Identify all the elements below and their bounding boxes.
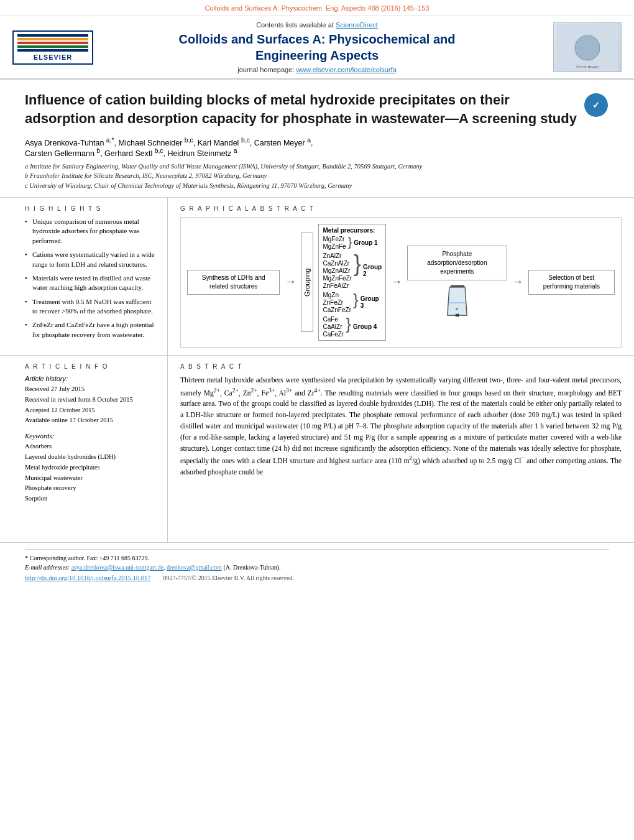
keyword-2: Layered double hydroxides (LDH) bbox=[25, 452, 158, 463]
highlights-label: H I G H L I G H T S bbox=[25, 205, 158, 212]
email-link-2[interactable]: drenkova@gmail.com bbox=[167, 564, 222, 571]
graphical-abstract-diagram: Synthesis of LDHs and related structures… bbox=[180, 217, 622, 348]
keyword-6: Sorption bbox=[25, 494, 158, 504]
highlight-item-4: Treatment with 0.5 M NaOH was sufficient… bbox=[25, 297, 158, 316]
phosphate-box: Phosphate adsorption/desorption experime… bbox=[407, 246, 507, 280]
group4-brace: } bbox=[346, 316, 351, 332]
journal-citation: Colloids and Surfaces A: Physicochem. En… bbox=[205, 4, 430, 12]
keyword-5: Phosphate recovery bbox=[25, 483, 158, 494]
email-link-1[interactable]: asya.drenkova@iswa.uni-stuttgart.de bbox=[71, 564, 163, 571]
group3-brace: } bbox=[353, 292, 359, 308]
group4-items: CaFe CaAlZr CaFeZr bbox=[323, 316, 344, 338]
svg-point-1 bbox=[575, 35, 600, 60]
crossmark[interactable]: ✓ bbox=[584, 93, 609, 118]
graphical-abstract-label: G R A P H I C A L A B S T R A C T bbox=[180, 205, 622, 212]
homepage-link[interactable]: www.elsevier.com/locate/colsurfa bbox=[296, 66, 396, 73]
info-abstract-section: A R T I C L E I N F O Article history: R… bbox=[0, 356, 634, 542]
article-title: Influence of cation building blocks of m… bbox=[25, 91, 609, 127]
elsevier-logo: ELSEVIER bbox=[12, 30, 93, 65]
corresponding-note: * Corresponding author. Fax: +49 711 685… bbox=[25, 555, 609, 561]
article-history: Article history: Received 27 July 2015 R… bbox=[25, 375, 158, 426]
received-date: Received 27 July 2015 bbox=[25, 384, 158, 395]
highlight-item-3: Materials were tested in distilled and w… bbox=[25, 274, 158, 293]
beaker-icon bbox=[443, 284, 471, 318]
footer-links: http://dx.doi.org/10.1016/j.colsurfa.201… bbox=[25, 575, 609, 581]
group2-label: Group 2 bbox=[363, 264, 382, 277]
group2-items: ZnAlZr CaZnAlZr MgZnAlZr MgZnFeZr ZnFeAl… bbox=[323, 252, 352, 289]
phosphate-section: Phosphate adsorption/desorption experime… bbox=[407, 246, 507, 318]
contents-line: Contents lists available at ScienceDirec… bbox=[93, 21, 541, 29]
journal-header: ELSEVIER Contents lists available at Sci… bbox=[0, 16, 634, 80]
group2-brace: } bbox=[354, 252, 361, 275]
group3-row: MgZn ZnFeZr CaZnFeZr } Group 3 bbox=[323, 292, 382, 313]
svg-text:✓: ✓ bbox=[592, 100, 600, 110]
group4-row: CaFe CaAlZr CaFeZr } Group 4 bbox=[323, 316, 382, 338]
top-citation-bar: Colloids and Surfaces A: Physicochem. En… bbox=[0, 0, 634, 16]
selection-box: Selection of best performing materials bbox=[528, 270, 615, 295]
affiliation-c: c University of Würzburg, Chair of Chemi… bbox=[25, 181, 609, 191]
doi-link[interactable]: http://dx.doi.org/10.1016/j.colsurfa.201… bbox=[25, 575, 151, 581]
abstract-label: A B S T R A C T bbox=[180, 363, 622, 370]
highlights-abstract-section: H I G H L I G H T S Unique comparison of… bbox=[0, 198, 634, 356]
group3-items: MgZn ZnFeZr CaZnFeZr bbox=[323, 292, 351, 313]
arrow-3: → bbox=[512, 275, 523, 288]
affiliations: a Institute for Sanitary Engineering, Wa… bbox=[25, 162, 609, 191]
graphical-abstract-column: G R A P H I C A L A B S T R A C T Synthe… bbox=[168, 198, 634, 355]
article-info-label: A R T I C L E I N F O bbox=[25, 363, 158, 370]
email-note: E-mail addresses: asya.drenkova@iswa.uni… bbox=[25, 564, 609, 571]
highlight-item-5: ZnFeZr and CaZnFeZr have a high potentia… bbox=[25, 320, 158, 339]
group1-label: Group 1 bbox=[354, 239, 377, 246]
abstract-column: A B S T R A C T Thirteen metal hydroxide… bbox=[168, 356, 634, 542]
abstract-text: Thirteen metal hydroxide adsorbers were … bbox=[180, 375, 622, 478]
authors: Asya Drenkova-Tuhtan a,*, Michael Schnei… bbox=[25, 136, 609, 157]
arrow-2: → bbox=[391, 275, 402, 288]
keywords-section: Keywords: Adsorbers Layered double hydro… bbox=[25, 432, 158, 504]
keyword-4: Municipal wastewater bbox=[25, 473, 158, 484]
metal-precursors-title: Metal precursors: bbox=[323, 227, 382, 234]
page: Colloids and Surfaces A: Physicochem. En… bbox=[0, 0, 634, 588]
revised-date: Received in revised form 8 October 2015 bbox=[25, 395, 158, 405]
group1-items: MgFeZr MgZnFe bbox=[323, 236, 346, 250]
journal-image-right: Cover image bbox=[541, 22, 622, 72]
copyright: 0927-7757/© 2015 Elsevier B.V. All right… bbox=[163, 575, 294, 581]
metal-precursors-box: Metal precursors: MgFeZr MgZnFe } Group … bbox=[318, 224, 386, 341]
article-info-column: A R T I C L E I N F O Article history: R… bbox=[0, 356, 168, 542]
grouping-label: Grouping bbox=[301, 233, 313, 332]
footer: * Corresponding author. Fax: +49 711 685… bbox=[0, 542, 634, 588]
group1-row: MgFeZr MgZnFe } Group 1 bbox=[323, 236, 382, 250]
keyword-1: Adsorbers bbox=[25, 441, 158, 452]
highlight-item-1: Unique comparison of numerous metal hydr… bbox=[25, 217, 158, 246]
keyword-3: Metal hydroxide precipitates bbox=[25, 463, 158, 473]
group1-brace: } bbox=[348, 236, 352, 248]
arrow-1: → bbox=[285, 275, 296, 288]
svg-point-9 bbox=[456, 308, 458, 310]
article-section: ✓ Influence of cation building blocks of… bbox=[0, 80, 634, 198]
synthesis-box: Synthesis of LDHs and related structures bbox=[187, 270, 280, 295]
highlights-column: H I G H L I G H T S Unique comparison of… bbox=[0, 198, 168, 355]
group4-label: Group 4 bbox=[353, 323, 377, 330]
elsevier-text: ELSEVIER bbox=[17, 53, 88, 61]
affiliation-b: b Fraunhofer Institute for Silicate Rese… bbox=[25, 171, 609, 181]
affiliation-a: a Institute for Sanitary Engineering, Wa… bbox=[25, 162, 609, 172]
journal-center: Contents lists available at ScienceDirec… bbox=[93, 21, 541, 73]
svg-marker-7 bbox=[448, 287, 467, 315]
sciencedirect-link[interactable]: ScienceDirect bbox=[336, 21, 378, 29]
journal-homepage: journal homepage: www.elsevier.com/locat… bbox=[93, 66, 541, 73]
email-label: E-mail addresses: bbox=[25, 564, 71, 571]
metal-precursors-groups: Metal precursors: MgFeZr MgZnFe } Group … bbox=[318, 224, 386, 341]
highlights-list: Unique comparison of numerous metal hydr… bbox=[25, 217, 158, 339]
cover-image: Cover image bbox=[553, 22, 622, 72]
highlight-item-2: Cations were systematically varied in a … bbox=[25, 250, 158, 269]
available-date: Available online 17 October 2015 bbox=[25, 415, 158, 426]
group2-row: ZnAlZr CaZnAlZr MgZnAlZr MgZnFeZr ZnFeAl… bbox=[323, 252, 382, 289]
crossmark-icon: ✓ bbox=[584, 93, 608, 117]
accepted-date: Accepted 12 October 2015 bbox=[25, 405, 158, 416]
group3-label: Group 3 bbox=[361, 295, 382, 309]
journal-title: Colloids and Surfaces A: Physicochemical… bbox=[93, 31, 541, 63]
svg-text:Cover image: Cover image bbox=[576, 64, 599, 69]
